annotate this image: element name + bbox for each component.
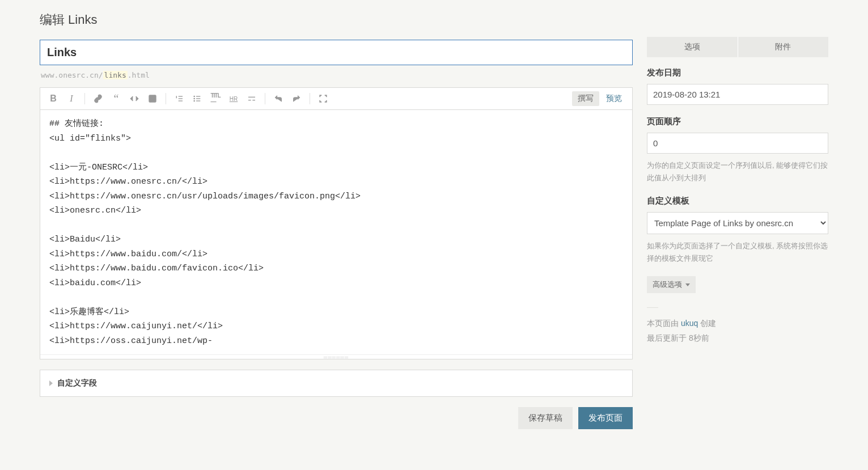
toolbar-separator (265, 93, 265, 104)
caret-down-icon (685, 283, 690, 286)
divider (647, 307, 658, 308)
resize-handle[interactable]: ══════ (40, 354, 632, 359)
svg-point-10 (194, 100, 194, 101)
form-actions: 保存草稿 发布页面 (40, 407, 633, 429)
permalink[interactable]: www.onesrc.cn/links.html (40, 65, 633, 87)
bold-icon[interactable]: B (45, 90, 62, 107)
page-order-help: 为你的自定义页面设定一个序列值以后, 能够使得它们按此值从小到大排列 (647, 159, 828, 184)
custom-fields-toggle[interactable]: 自定义字段 (40, 370, 633, 397)
template-help: 如果你为此页面选择了一个自定义模板, 系统将按照你选择的模板文件展现它 (647, 240, 828, 265)
link-icon[interactable] (90, 90, 107, 107)
post-title-input[interactable] (40, 40, 633, 65)
svg-point-8 (194, 96, 194, 96)
toolbar-separator (166, 93, 166, 104)
italic-icon[interactable]: I (63, 90, 80, 107)
editor-toolbar: B I “ TITL— HR 撰写 预览 (40, 88, 632, 110)
chevron-right-icon (49, 380, 53, 386)
permalink-slug[interactable]: links (103, 71, 128, 79)
more-icon[interactable] (243, 90, 260, 107)
template-label: 自定义模板 (647, 196, 828, 206)
svg-point-1 (151, 97, 152, 98)
author-link[interactable]: ukuq (681, 319, 698, 328)
content-textarea[interactable] (40, 110, 632, 353)
publish-date-input[interactable] (647, 84, 828, 105)
fullscreen-icon[interactable] (315, 90, 332, 107)
page-title: 编辑 Links (40, 11, 633, 28)
ordered-list-icon[interactable] (171, 90, 188, 107)
permalink-prefix: www.onesrc.cn/ (41, 71, 103, 79)
redo-icon[interactable] (288, 90, 305, 107)
hr-icon[interactable]: HR (225, 90, 242, 107)
publish-date-label: 发布日期 (647, 67, 828, 78)
custom-fields-label: 自定义字段 (57, 378, 97, 388)
page-order-label: 页面顺序 (647, 116, 828, 127)
mode-preview-button[interactable]: 预览 (600, 91, 628, 106)
code-icon[interactable] (126, 90, 143, 107)
unordered-list-icon[interactable] (189, 90, 206, 107)
mode-write-button[interactable]: 撰写 (572, 91, 599, 106)
svg-point-9 (194, 98, 194, 99)
toolbar-separator (84, 93, 85, 104)
tab-options[interactable]: 选项 (647, 37, 738, 57)
publish-button[interactable]: 发布页面 (578, 407, 633, 429)
advanced-options-button[interactable]: 高级选项 (647, 276, 696, 293)
template-select[interactable]: Template Page of Links by onesrc.cn (647, 212, 828, 234)
quote-icon[interactable]: “ (108, 90, 125, 107)
editor: B I “ TITL— HR 撰写 预览 (40, 87, 633, 359)
page-order-input[interactable] (647, 133, 828, 154)
sidebar-tabs: 选项 附件 (647, 37, 828, 57)
tab-attachments[interactable]: 附件 (738, 37, 829, 57)
meta-info: 本页面由 ukuq 创建 最后更新于 8秒前 (647, 316, 828, 346)
advanced-options-label: 高级选项 (653, 280, 682, 290)
save-draft-button[interactable]: 保存草稿 (518, 407, 573, 429)
undo-icon[interactable] (270, 90, 287, 107)
heading-icon[interactable]: TITL— (207, 90, 224, 107)
permalink-suffix: .html (128, 71, 150, 79)
image-icon[interactable] (144, 90, 161, 107)
toolbar-separator (310, 93, 310, 104)
